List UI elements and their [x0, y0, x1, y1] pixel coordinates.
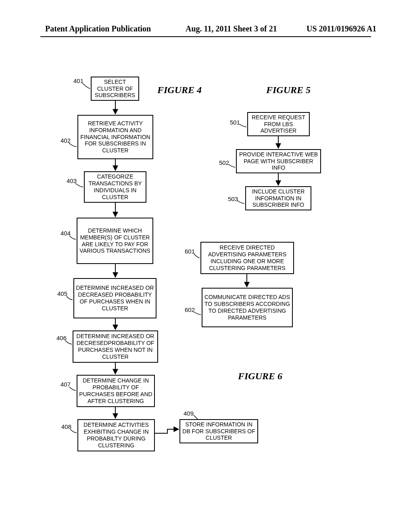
- fig4-step-401: SELECT CLUSTER OF SUBSCRIBERS: [91, 77, 139, 101]
- fig4-step-409: STORE INFORMATION IN DB FOR SUBSCRIBERS …: [179, 419, 258, 443]
- fig6-step-602: COMMUNICATE DIRECTED ADS TO SUBSCRIBERS …: [202, 288, 293, 327]
- fig4-step-404: DETERMINE WHICH MEMBER(S) OF CLUSTER ARE…: [77, 218, 153, 264]
- fig5-step-502: PROVIDE INTERACTIVE WEB PAGE WITH SUBSCR…: [236, 149, 321, 173]
- refnum-501: 501: [230, 119, 240, 126]
- refnum-402: 402: [60, 137, 71, 144]
- header-left: Patent Application Publication: [45, 24, 151, 33]
- fig4-step-403: CATEGORIZE TRANSACTIONS BY INDIVIDUALS I…: [84, 171, 146, 203]
- fig4-step-407: DETERMINE CHANGE IN PROBABILITY OF PURCH…: [77, 375, 155, 407]
- fig6-step-601: RECEIVE DIRECTED ADVERTISING PARAMETERS …: [200, 242, 294, 274]
- fig4-step-405: DETERMINE INCREASED OR DECREASED PROBABI…: [73, 278, 156, 318]
- fig5-step-501: RECEIVE REQUEST FROM LBS ADVERTISER: [247, 112, 310, 136]
- refnum-601: 601: [185, 248, 195, 255]
- refnum-403: 403: [67, 177, 77, 184]
- fig4-step-408: DETERMINE ACTIVITIES EXHIBITING CHANGE I…: [77, 419, 155, 451]
- refnum-602: 602: [185, 306, 195, 313]
- refnum-405: 405: [57, 290, 67, 297]
- figure-4-label: FIGURE 4: [157, 85, 202, 96]
- header-middle: Aug. 11, 2011 Sheet 3 of 21: [186, 24, 277, 33]
- refnum-408: 408: [61, 423, 71, 430]
- refnum-406: 406: [56, 335, 67, 341]
- refnum-401: 401: [73, 77, 83, 84]
- patent-page: Patent Application Publication Aug. 11, …: [0, 0, 413, 532]
- refnum-502: 502: [219, 159, 229, 166]
- figure-6-label: FIGURE 6: [238, 371, 282, 382]
- refnum-409: 409: [184, 410, 194, 417]
- header-right: US 2011/0196926 A1: [307, 24, 376, 33]
- fig4-step-406: DETERMINE INCREASED OR DECRESEDPROBABILI…: [73, 330, 158, 363]
- fig5-step-503: INCLUDE CLUSTER INFORMATION IN SUBSCRIBE…: [245, 186, 311, 210]
- fig4-step-402: RETRIEVE ACTIVITY INFORMATION AND FINANC…: [77, 115, 153, 159]
- header-rule: [40, 36, 371, 37]
- refnum-503: 503: [228, 195, 238, 202]
- refnum-404: 404: [60, 230, 71, 237]
- figure-5-label: FIGURE 5: [266, 85, 311, 96]
- refnum-407: 407: [60, 381, 71, 388]
